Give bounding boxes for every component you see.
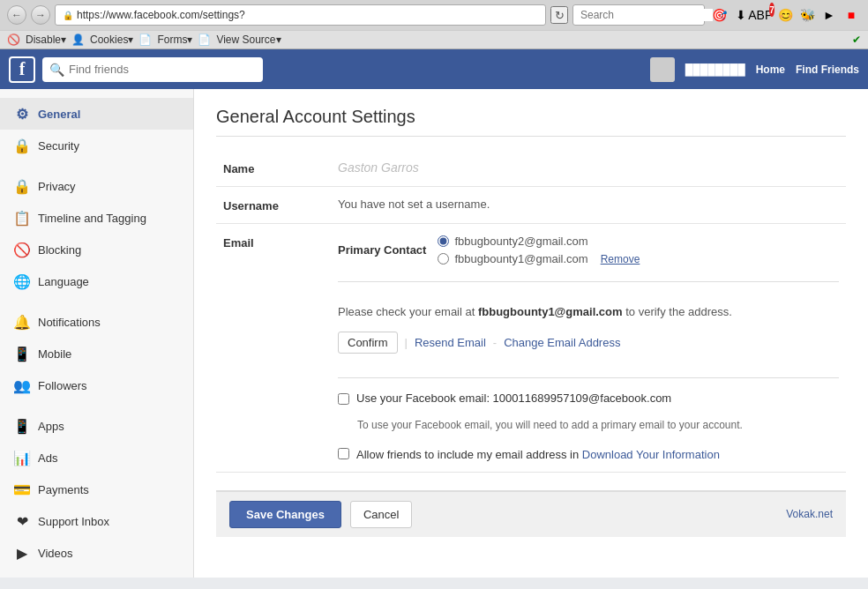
verify-email: fbbugbounty1@gmail.com	[478, 305, 623, 318]
watermark: Vokak.net	[786, 508, 833, 520]
sidebar-item-security[interactable]: 🔒 Security	[0, 130, 193, 161]
sidebar-item-apps[interactable]: 📱 Apps	[0, 410, 193, 442]
email-radio-2[interactable]	[438, 253, 449, 265]
videos-icon: ▶	[13, 544, 31, 562]
followers-icon: 👥	[13, 377, 31, 394]
url-bar[interactable]: 🔒 https://www.facebook.com/settings?	[55, 4, 546, 26]
sidebar-divider	[0, 161, 193, 170]
username-row: Username You have not set a username.	[216, 187, 846, 224]
back-button[interactable]: ←	[7, 5, 26, 25]
save-changes-button[interactable]: Save Changes	[229, 501, 341, 528]
browser-icon-group: 🎯 ⬇ ABP 7 😊 🐝 ► ■	[709, 5, 861, 25]
sidebar-item-payments[interactable]: 💳 Payments	[0, 473, 193, 505]
allow-email-checkbox[interactable]	[338, 448, 349, 459]
confirm-button[interactable]: Confirm	[338, 332, 398, 354]
cancel-button[interactable]: Cancel	[350, 501, 412, 528]
notifications-icon: 🔔	[13, 313, 31, 331]
fb-header-right: ████████ Home Find Friends	[650, 57, 859, 82]
sidebar-item-general[interactable]: ⚙ General	[0, 98, 193, 130]
sidebar-item-ads[interactable]: 📊 Ads	[0, 442, 193, 473]
sidebar-label-followers: Followers	[38, 379, 87, 392]
allow-text-block: Allow friends to include my email addres…	[356, 448, 720, 461]
email-row: Email Primary Contact fbbugbounty2@gmail…	[216, 224, 846, 473]
sidebar-item-timeline[interactable]: 📋 Timeline and Tagging	[0, 202, 193, 234]
sidebar-label-videos: Videos	[38, 547, 73, 560]
browser-chrome: ← → 🔒 https://www.facebook.com/settings?…	[0, 0, 868, 49]
fb-email-checkbox[interactable]	[338, 393, 349, 405]
support-icon: ❤	[13, 512, 31, 530]
find-friends-link[interactable]: Find Friends	[796, 63, 859, 76]
sidebar-label-timeline: Timeline and Tagging	[38, 212, 146, 225]
sidebar: ⚙ General 🔒 Security 🔒 Privacy 📋 Timelin…	[0, 89, 194, 578]
refresh-button[interactable]: ↻	[550, 6, 568, 24]
remove-email-link[interactable]: Remove	[601, 253, 640, 265]
sidebar-item-privacy[interactable]: 🔒 Privacy	[0, 170, 193, 202]
email-section: Primary Contact fbbugbounty2@gmail.com f…	[338, 235, 839, 461]
close-icon[interactable]: ■	[842, 5, 861, 25]
email-divider-1	[338, 281, 839, 282]
sidebar-label-notifications: Notifications	[38, 316, 101, 329]
email-radio-secondary: fbbugbounty1@gmail.com Remove	[438, 252, 640, 265]
email-actions: Confirm | Resend Email - Change Email Ad…	[338, 332, 839, 354]
browser-search-input[interactable]	[580, 9, 713, 21]
email-divider-2	[338, 377, 839, 378]
sidebar-label-ads: Ads	[38, 451, 57, 465]
email-radio-1[interactable]	[438, 235, 449, 247]
fb-logo-text: f	[19, 59, 26, 79]
browser-search-bar[interactable]	[572, 4, 705, 26]
email-radio-primary: fbbugbounty2@gmail.com	[438, 235, 640, 248]
change-email-link[interactable]: Change Email Address	[504, 336, 620, 349]
lock-icon: 🔒	[63, 11, 73, 20]
search-icon: 🔍	[49, 63, 64, 77]
email-address-1: fbbugbounty2@gmail.com	[454, 235, 587, 248]
blocking-icon: 🚫	[13, 241, 31, 258]
emoji-icon[interactable]: 😊	[775, 5, 795, 25]
sidebar-item-videos[interactable]: ▶ Videos	[0, 537, 193, 569]
pocket-icon[interactable]: 🎯	[709, 5, 729, 25]
sidebar-label-general: General	[38, 108, 80, 121]
fb-username: ████████	[685, 63, 745, 76]
more-icon[interactable]: ►	[819, 5, 839, 25]
forms-button[interactable]: Forms▾	[157, 34, 192, 46]
sidebar-item-mobile[interactable]: 📱 Mobile	[0, 338, 193, 369]
sidebar-label-privacy: Privacy	[38, 180, 76, 193]
verify-suffix: to verify the address.	[623, 305, 732, 318]
forms-icon: 📄	[138, 34, 152, 46]
sidebar-label-apps: Apps	[38, 420, 64, 433]
content-area: General Account Settings Name Gaston Gar…	[194, 89, 868, 578]
download-info-link[interactable]: Download Your Information	[582, 448, 720, 461]
sidebar-label-mobile: Mobile	[38, 347, 71, 361]
extension-icon[interactable]: 🐝	[797, 5, 817, 25]
email-value: Primary Contact fbbugbounty2@gmail.com f…	[331, 224, 846, 473]
home-link[interactable]: Home	[756, 63, 785, 76]
sidebar-divider3	[0, 401, 193, 410]
disable-button[interactable]: Disable▾	[26, 34, 66, 46]
viewsource-button[interactable]: View Source▾	[216, 34, 281, 46]
forward-button[interactable]: →	[31, 5, 50, 25]
adblock-icon[interactable]: ABP 7	[753, 5, 773, 25]
sidebar-item-notifications[interactable]: 🔔 Notifications	[0, 306, 193, 338]
name-blurred-text: Gaston Garros	[338, 160, 419, 175]
sidebar-item-blocking[interactable]: 🚫 Blocking	[0, 234, 193, 265]
privacy-icon: 🔒	[13, 177, 31, 195]
avatar[interactable]	[650, 57, 675, 82]
browser-toolbar: 🚫 Disable▾ 👤 Cookies▾ 📄 Forms▾ 📄 View So…	[0, 30, 868, 48]
separator-2: -	[493, 336, 497, 349]
sidebar-label-blocking: Blocking	[38, 243, 81, 257]
settings-table: Name Gaston Garros Username You have not…	[216, 150, 846, 473]
sidebar-item-followers[interactable]: 👥 Followers	[0, 369, 193, 401]
sidebar-item-language[interactable]: 🌐 Language	[0, 265, 193, 297]
apps-icon: 📱	[13, 417, 31, 435]
sidebar-item-support[interactable]: ❤ Support Inbox	[0, 505, 193, 537]
resend-email-link[interactable]: Resend Email	[415, 336, 486, 349]
fb-search-input[interactable]	[69, 63, 256, 76]
name-row: Name Gaston Garros	[216, 150, 846, 187]
radio-group: fbbugbounty2@gmail.com fbbugbounty1@gmai…	[438, 235, 640, 265]
fb-logo[interactable]: f	[9, 56, 35, 83]
sidebar-label-security: Security	[38, 139, 79, 153]
cookies-button[interactable]: Cookies▾	[90, 34, 133, 46]
verify-notice: Please check your email at fbbugbounty1@…	[338, 304, 839, 320]
timeline-icon: 📋	[13, 209, 31, 227]
fb-search-bar[interactable]: 🔍	[42, 57, 263, 82]
username-value: You have not set a username.	[331, 187, 846, 224]
